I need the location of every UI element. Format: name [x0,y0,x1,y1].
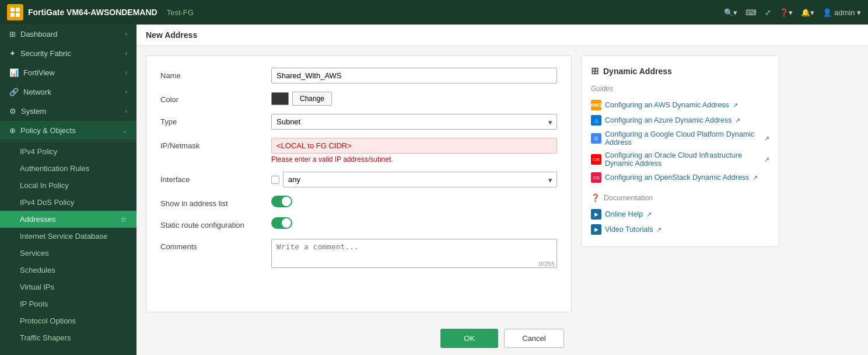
sidebar-item-fortiview[interactable]: 📊 FortiView › [0,63,136,82]
sidebar-item-security-fabric[interactable]: ✦ Security Fabric › [0,44,136,63]
guide-link-gcp[interactable]: G Configuring a Google Cloud Platform Dy… [591,128,769,149]
doc-link-video-tutorials[interactable]: ▶ Video Tutorials ↗ [591,222,769,237]
form-panel-row: Name Color Change [136,46,868,322]
question-icon: ❓ [591,193,600,202]
sidebar-label-security-fabric: Security Fabric [20,49,71,58]
right-panel-title: ⊞ Dynamic Address [591,65,769,76]
sidebar-label-policy-objects: Policy & Objects [20,126,76,135]
sidebar-sub-services[interactable]: Services [0,245,136,262]
external-link-icon: ↗ [764,156,769,163]
form-panel: Name Color Change [146,55,572,312]
sidebar-label-fortiview: FortiView [23,68,55,77]
sidebar-label-dashboard: Dashboard [20,30,58,39]
sidebar-item-network[interactable]: 🔗 Network › [0,82,136,102]
sidebar-item-dashboard[interactable]: ⊞ Dashboard › [0,25,136,44]
static-route-toggle[interactable] [271,217,292,229]
chevron-icon: › [125,108,127,114]
gcp-icon: G [591,133,601,144]
external-link-icon: ↗ [764,135,769,142]
sidebar-sub-traffic-shapers[interactable]: Traffic Shapers [0,329,136,346]
ipnetmask-row: IP/Netmask Please enter a valid IP addre… [160,138,557,163]
bell-icon[interactable]: 🔔▾ [801,8,814,17]
profile-name: Test-FG [167,8,194,17]
policy-icon: ⊕ [9,126,16,135]
external-link-icon: ↗ [656,226,662,234]
sidebar-sub-internet-svc-db[interactable]: Internet Service Database [0,228,136,245]
show-addr-toggle[interactable] [271,196,292,207]
char-count: 0/255 [538,260,555,267]
comments-label: Comments [160,239,271,251]
interface-checkbox[interactable] [271,176,279,184]
color-label: Color [160,92,271,104]
chevron-icon: › [125,89,127,95]
content-area: New Address Name Color [136,25,868,355]
interface-select[interactable]: any [283,172,557,187]
show-addr-row: Show in address list [160,196,557,209]
device-name: FortiGate VM64-AWSONDEMAND [28,8,158,17]
interface-row: Interface any [160,172,557,187]
svg-rect-3 [16,13,20,17]
footer-bar: OK Cancel [136,322,868,355]
system-icon: ⚙ [9,107,16,116]
external-link-icon: ↗ [752,174,758,182]
external-link-icon: ↗ [646,211,652,218]
guide-link-aws[interactable]: AWS Configuring an AWS Dynamic Address ↗ [591,98,769,113]
guide-link-azure[interactable]: △ Configuring an Azure Dynamic Address ↗ [591,113,769,128]
aws-icon: AWS [591,100,601,110]
comments-textarea[interactable] [271,239,557,268]
help-icon[interactable]: ❓▾ [779,8,793,17]
chevron-icon: › [125,69,127,76]
documentation-section: ❓ Documentation ▶ Online Help ↗ ▶ Video … [591,193,769,237]
online-help-icon: ▶ [591,209,601,220]
chevron-icon: › [125,50,127,57]
chevron-down-icon: ⌄ [123,127,127,134]
sidebar-sub-virtual-ips[interactable]: Virtual IPs [0,279,136,295]
sidebar-item-policy-objects[interactable]: ⊕ Policy & Objects ⌄ [0,121,136,140]
panel-title: New Address [136,25,868,46]
static-route-label: Static route configuration [160,217,271,229]
sidebar-sub-auth-rules[interactable]: Authentication Rules [0,160,136,177]
divider [0,141,136,142]
star-icon: ☆ [120,215,127,224]
sidebar-label-network: Network [23,88,51,96]
sidebar-sub-addresses[interactable]: Addresses ☆ [0,211,136,228]
sidebar-sub-schedules[interactable]: Schedules [0,262,136,279]
name-input[interactable] [271,68,557,83]
sidebar-sub-local-in-policy[interactable]: Local In Policy [0,177,136,194]
sidebar-sub-ipv4-policy[interactable]: IPv4 Policy [0,143,136,160]
static-route-row: Static route configuration [160,217,557,231]
network-icon: 🔗 [9,88,19,96]
terminal-icon[interactable]: ⌨ [746,8,757,17]
sidebar-item-system[interactable]: ⚙ System › [0,102,136,121]
guide-link-openstack[interactable]: OS Configuring an OpenStack Dynamic Addr… [591,170,769,185]
dynamic-address-icon: ⊞ [591,65,598,76]
type-row: Type Subnet IP Range FQDN Geography Wild… [160,114,557,130]
external-link-icon: ↗ [735,117,740,124]
user-avatar[interactable]: 👤 admin ▾ [822,8,861,17]
color-swatch [271,92,289,105]
content-body: Name Color Change [136,46,868,355]
type-select[interactable]: Subnet IP Range FQDN Geography Wildcard … [271,114,557,130]
openstack-icon: OS [591,172,601,183]
svg-rect-1 [16,8,20,12]
guide-link-oracle[interactable]: OR Configuring an Oracle Cloud Infrastru… [591,149,769,170]
comments-row: Comments 0/255 [160,239,557,270]
dashboard-icon: ⊞ [9,30,16,39]
sidebar-sub-protocol-options[interactable]: Protocol Options [0,312,136,329]
fortigate-logo [7,4,23,20]
color-change-button[interactable]: Change [292,92,332,106]
ok-button[interactable]: OK [440,329,498,348]
cancel-button[interactable]: Cancel [504,329,564,348]
topbar-left: FortiGate VM64-AWSONDEMAND Test-FG [7,4,194,20]
ipnetmask-input[interactable] [271,138,557,154]
svg-rect-0 [10,8,15,12]
topbar-right: 🔍▾ ⌨ ⤢ ❓▾ 🔔▾ 👤 admin ▾ [724,8,861,17]
search-icon[interactable]: 🔍▾ [724,8,737,17]
sidebar-sub-ipv4-dos[interactable]: IPv4 DoS Policy [0,194,136,211]
sidebar-sub-ip-pools[interactable]: IP Pools [0,295,136,312]
expand-icon[interactable]: ⤢ [765,8,771,17]
svg-rect-2 [10,13,15,17]
show-addr-label: Show in address list [160,196,271,208]
doc-link-online-help[interactable]: ▶ Online Help ↗ [591,207,769,222]
ipnetmask-error: Please enter a valid IP address/subnet. [271,155,557,163]
